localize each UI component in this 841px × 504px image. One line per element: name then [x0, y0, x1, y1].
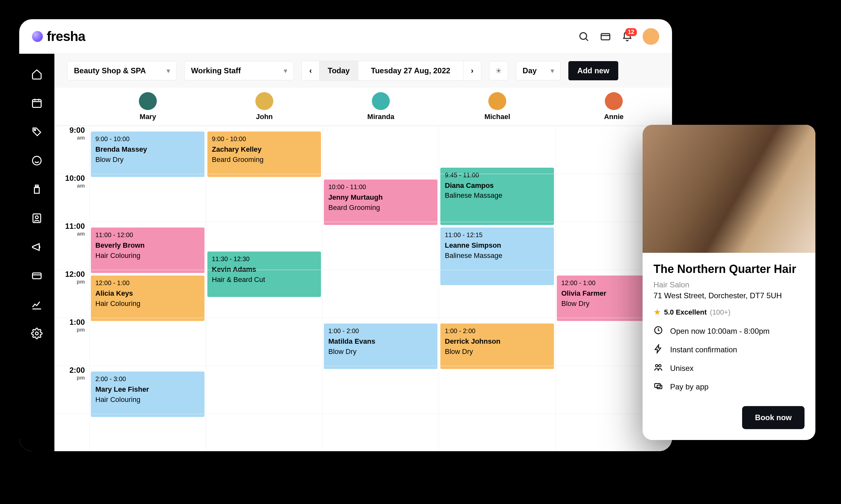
brand-name: fresha [47, 29, 85, 44]
event-service: Hair Colouring [95, 395, 200, 404]
staff-name: Miranda [368, 113, 394, 121]
today-button[interactable]: Today [320, 61, 358, 80]
calendar-event[interactable]: 11:00 - 12:00Beverly BrownHair Colouring [91, 228, 204, 273]
promo-image [643, 125, 816, 253]
event-client: Jenny Murtaugh [328, 193, 433, 202]
chevron-down-icon: ▾ [551, 67, 554, 75]
calendar-settings-button[interactable] [489, 61, 508, 80]
calendar-event[interactable]: 10:00 - 11:00Jenny MurtaughBeard Groomin… [324, 180, 437, 225]
promo-feature: Unisex [654, 363, 805, 374]
calendar-column[interactable]: 9:00 - 10:00Zachary KelleyBeard Grooming… [206, 126, 323, 451]
nav-smile-icon[interactable] [31, 154, 43, 167]
calendar-event[interactable]: 1:00 - 2:00Derrick JohnsonBlow Dry [440, 324, 554, 369]
promo-card: The Northern Quarter Hair Hair Salon 71 … [643, 125, 816, 440]
notifications-icon[interactable]: 12 [621, 30, 633, 43]
promo-feature: Pay by app [654, 381, 805, 393]
location-select[interactable]: Beauty Shop & SPA ▾ [67, 61, 177, 80]
event-client: Leanne Simpson [445, 241, 550, 250]
svg-point-10 [498, 70, 500, 72]
event-client: Brenda Massey [95, 145, 200, 154]
search-icon[interactable] [577, 30, 590, 43]
time-label: 12:00pm [54, 270, 89, 318]
nav-settings-icon[interactable] [31, 327, 43, 340]
calendar-column[interactable]: 9:00 - 10:00Brenda MasseyBlow Dry11:00 -… [90, 126, 206, 451]
calendar-event[interactable]: 12:00 - 1:00Alicia KeysHair Colouring [91, 275, 204, 321]
event-client: Alicia Keys [95, 289, 200, 298]
add-new-button[interactable]: Add new [568, 61, 618, 80]
promo-feature: Instant confirmation [654, 344, 805, 356]
event-service: Blow Dry [95, 155, 200, 164]
promo-feature-label: Open now 10:00am - 8:00pm [670, 327, 770, 336]
brand-logo [32, 31, 43, 42]
nav-products-icon[interactable] [31, 183, 43, 196]
promo-rating: ★ 5.0 Excellent (100+) [654, 307, 805, 317]
staff-avatar [372, 92, 390, 110]
nav-calendar-icon[interactable] [31, 97, 43, 109]
staff-avatar [605, 92, 623, 110]
staff-name: Michael [484, 113, 511, 121]
calendar-event[interactable]: 9:45 - 11:00Diana CamposBalinese Massage [440, 168, 554, 225]
staff-header[interactable]: Michael [439, 92, 556, 121]
star-icon: ★ [654, 307, 661, 317]
date-display[interactable]: Tuesday 27 Aug, 2022 [358, 61, 463, 80]
event-time: 9:45 - 11:00 [445, 171, 550, 180]
svg-point-5 [33, 157, 41, 165]
staff-header[interactable]: Mary [90, 92, 206, 121]
nav-payments-icon[interactable] [31, 269, 43, 282]
time-label: 2:00pm [54, 366, 89, 414]
event-time: 12:00 - 1:00 [95, 279, 200, 287]
event-service: Beard Grooming [212, 155, 317, 164]
wallet-icon[interactable] [599, 30, 612, 43]
promo-address: 71 West Street, Dorchester, DT7 5UH [654, 291, 805, 300]
staff-header-row: MaryJohnMirandaMichaelAnnie [54, 88, 672, 126]
time-column: 9:00am10:00am11:00am12:00pm1:00pm2:00pm [54, 126, 90, 451]
brand: fresha [32, 29, 85, 44]
view-mode-select[interactable]: Day ▾ [516, 61, 561, 80]
event-service: Hair Colouring [95, 251, 200, 260]
calendar-event[interactable]: 11:00 - 12:15Leanne SimpsonBalinese Mass… [440, 228, 554, 285]
main-content: Beauty Shop & SPA ▾ Working Staff ▾ ‹ To… [54, 54, 672, 451]
staff-header[interactable]: Miranda [323, 92, 439, 121]
calendar-event[interactable]: 2:00 - 3:00Mary Lee FisherHair Colouring [91, 372, 204, 417]
event-time: 11:00 - 12:00 [95, 231, 200, 239]
clock-icon [654, 325, 663, 337]
svg-point-0 [580, 33, 587, 39]
date-navigator: ‹ Today Tuesday 27 Aug, 2022 › [302, 61, 481, 80]
staff-name: John [256, 113, 273, 121]
nav-home-icon[interactable] [31, 68, 43, 80]
staff-select[interactable]: Working Staff ▾ [184, 61, 294, 80]
event-service: Hair & Beard Cut [212, 275, 317, 285]
staff-header[interactable]: Annie [556, 92, 672, 121]
calendar-event[interactable]: 1:00 - 2:00Matilda EvansBlow Dry [324, 324, 437, 369]
prev-day-button[interactable]: ‹ [302, 61, 320, 80]
promo-feature-label: Unisex [670, 364, 694, 373]
nav-analytics-icon[interactable] [31, 298, 43, 311]
user-avatar[interactable] [643, 28, 659, 45]
svg-point-12 [656, 364, 658, 367]
event-service: Blow Dry [445, 347, 550, 357]
next-day-button[interactable]: › [463, 61, 481, 80]
time-label: 9:00am [54, 126, 89, 174]
book-now-button[interactable]: Book now [742, 406, 805, 429]
calendar-column[interactable]: 10:00 - 11:00Jenny MurtaughBeard Groomin… [323, 126, 439, 451]
nav-contacts-icon[interactable] [31, 212, 43, 224]
event-client: Mary Lee Fisher [95, 385, 200, 394]
chevron-down-icon: ▾ [167, 67, 170, 75]
svg-rect-2 [601, 34, 610, 40]
top-header: fresha 12 [19, 19, 672, 54]
chevron-down-icon: ▾ [284, 67, 287, 75]
event-client: Derrick Johnson [445, 337, 550, 346]
calendar-column[interactable]: 9:45 - 11:00Diana CamposBalinese Massage… [439, 126, 556, 451]
time-label: 11:00am [54, 222, 89, 270]
nav-marketing-icon[interactable] [31, 241, 43, 253]
calendar-event[interactable]: 9:00 - 10:00Zachary KelleyBeard Grooming [208, 131, 321, 177]
promo-feature-label: Instant confirmation [670, 345, 737, 354]
calendar-event[interactable]: 9:00 - 10:00Brenda MasseyBlow Dry [91, 131, 204, 177]
calendar-event[interactable]: 11:30 - 12:30Kevin AdamsHair & Beard Cut [208, 252, 321, 297]
event-service: Beard Grooming [328, 203, 433, 213]
svg-point-9 [36, 332, 38, 335]
staff-header[interactable]: John [206, 92, 323, 121]
bolt-icon [654, 344, 663, 356]
svg-point-4 [34, 129, 36, 131]
nav-tag-icon[interactable] [31, 125, 43, 138]
